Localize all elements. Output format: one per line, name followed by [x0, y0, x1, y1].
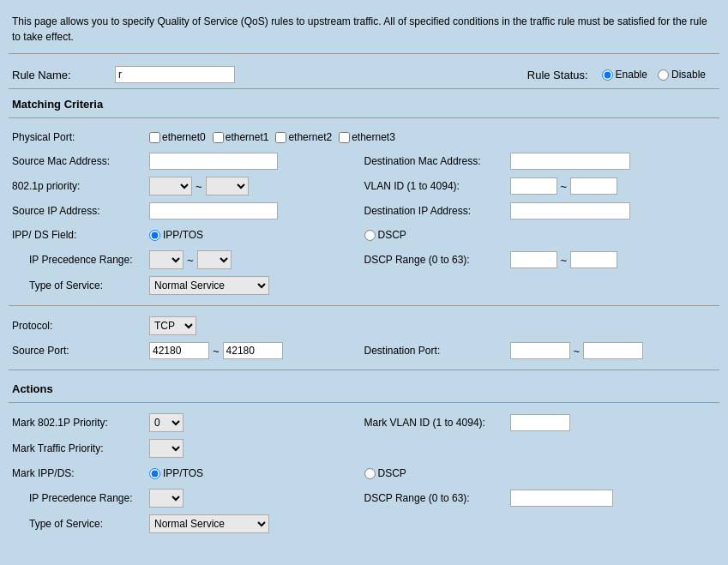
ip-prec-control: ~ — [149, 250, 356, 269]
disable-radio[interactable] — [658, 69, 669, 81]
ipp-tos-radio-label[interactable]: IPP/TOS — [149, 229, 203, 241]
mark-ipp-label: Mark IPP/DS: — [12, 467, 149, 479]
source-mac-label: Source Mac Address: — [12, 155, 149, 167]
protocol-select[interactable]: TCP UDP — [149, 316, 196, 335]
mark-8021p-select[interactable]: 0 — [149, 413, 184, 432]
ethernet1-label[interactable]: ethernet1 — [213, 131, 269, 143]
rule-name-input[interactable] — [115, 66, 235, 83]
act-ip-prec-select[interactable] — [149, 489, 184, 508]
act-tos-control: Normal Service — [149, 514, 716, 533]
source-port-to-input[interactable] — [223, 342, 283, 359]
enable-label: Enable — [616, 69, 647, 81]
dscp-range-tilde: ~ — [561, 254, 568, 267]
ip-prec-label: IP Precedence Range: — [12, 254, 149, 266]
dest-port-from-input[interactable] — [510, 342, 570, 359]
dscp-range-control: ~ — [510, 251, 717, 268]
act-tos-select[interactable]: Normal Service — [149, 514, 269, 533]
vlan-id-label: VLAN ID (1 to 4094): — [356, 180, 510, 192]
dscp-text: DSCP — [378, 229, 406, 241]
ethernet0-label[interactable]: ethernet0 — [149, 131, 206, 143]
ethernet1-checkbox[interactable] — [213, 132, 224, 143]
dscp-to-input[interactable] — [570, 251, 617, 268]
dscp-from-input[interactable] — [510, 251, 557, 268]
ip-prec-from-select[interactable] — [149, 250, 184, 269]
matching-section: Physical Port: ethernet0 ethernet1 ether… — [9, 122, 719, 302]
ethernet3-text: ethernet3 — [352, 131, 395, 143]
mark-ipp-tos-text: IPP/TOS — [163, 467, 203, 479]
dest-port-control: ~ — [510, 342, 717, 359]
source-mac-input[interactable] — [149, 153, 278, 170]
mark-traffic-control — [149, 439, 716, 458]
tos-control: Normal Service — [149, 276, 716, 295]
act-ip-prec-label: IP Precedence Range: — [12, 492, 149, 504]
priority-label: 802.1p priority: — [12, 180, 149, 192]
physical-port-row: Physical Port: ethernet0 ethernet1 ether… — [12, 125, 716, 149]
ipp-tos-text: IPP/TOS — [163, 229, 203, 241]
ethernet0-checkbox[interactable] — [149, 132, 160, 143]
physical-port-label: Physical Port: — [12, 131, 149, 143]
mark-vlan-control — [510, 414, 717, 431]
mark-ipp-control: IPP/TOS — [149, 467, 356, 479]
ip-prec-tilde: ~ — [187, 254, 194, 267]
matching-section-header: Matching Criteria — [9, 93, 719, 114]
source-ip-label: Source IP Address: — [12, 205, 149, 217]
disable-radio-label[interactable]: Disable — [658, 69, 706, 81]
ethernet0-text: ethernet0 — [162, 131, 206, 143]
rule-row: Rule Name: Rule Status: Enable Disable — [9, 61, 719, 89]
tos-row: Type of Service: Normal Service — [12, 273, 716, 298]
act-dscp-range-control — [510, 490, 717, 507]
mark-traffic-select[interactable] — [149, 439, 184, 458]
priority-tilde: ~ — [196, 180, 202, 193]
priority-from-select[interactable] — [149, 177, 192, 195]
mark-dscp-radio-label[interactable]: DSCP — [364, 467, 496, 479]
protocol-section: Protocol: TCP UDP Source Port: ~ Destina… — [9, 310, 719, 366]
priority-to-select[interactable] — [206, 177, 249, 195]
dest-ip-input[interactable] — [510, 202, 630, 219]
act-tos-label: Type of Service: — [12, 518, 149, 530]
mark-priority-vlan-row: Mark 802.1P Priority: 0 Mark VLAN ID (1 … — [12, 410, 716, 436]
enable-radio-label[interactable]: Enable — [602, 69, 647, 81]
act-dscp-input[interactable] — [510, 490, 613, 507]
dest-port-label: Destination Port: — [356, 345, 510, 357]
dscp-radio[interactable] — [364, 230, 376, 241]
mark-8021p-control: 0 — [149, 413, 356, 432]
dscp-radio-label[interactable]: DSCP — [364, 229, 496, 241]
vlan-from-input[interactable] — [510, 177, 557, 195]
vlan-to-input[interactable] — [570, 177, 617, 195]
source-port-from-input[interactable] — [149, 342, 209, 359]
mark-dscp-radio[interactable] — [364, 468, 376, 479]
ethernet2-label[interactable]: ethernet2 — [275, 131, 332, 143]
ethernet2-text: ethernet2 — [288, 131, 332, 143]
tos-label: Type of Service: — [12, 279, 149, 292]
mac-row: Source Mac Address: Destination Mac Addr… — [12, 149, 716, 173]
ethernet3-label[interactable]: ethernet3 — [339, 131, 395, 143]
ethernet2-checkbox[interactable] — [275, 132, 286, 143]
mark-vlan-input[interactable] — [510, 414, 570, 431]
actions-divider — [9, 370, 719, 370]
source-port-tilde: ~ — [213, 345, 220, 358]
act-ip-prec-control — [149, 489, 356, 508]
enable-radio[interactable] — [602, 69, 613, 81]
mark-dscp-label-cell: DSCP — [356, 467, 510, 479]
dest-ip-label: Destination IP Address: — [356, 205, 510, 217]
matching-section-label: Matching Criteria — [12, 98, 103, 111]
ethernet3-checkbox[interactable] — [339, 132, 350, 143]
ipp-ds-row: IPP/ DS Field: IPP/TOS DSCP — [12, 223, 716, 247]
mark-traffic-row: Mark Traffic Priority: — [12, 436, 716, 461]
protocol-control: TCP UDP — [149, 316, 716, 335]
ipp-tos-radio[interactable] — [149, 230, 160, 241]
act-tos-row: Type of Service: Normal Service — [12, 511, 716, 537]
act-dscp-range-label: DSCP Range (0 to 63): — [356, 492, 510, 504]
source-ip-input[interactable] — [149, 202, 278, 219]
mark-ipp-tos-radio-label[interactable]: IPP/TOS — [149, 467, 203, 479]
ip-prec-to-select[interactable] — [197, 250, 232, 269]
act-ip-prec-dscp-row: IP Precedence Range: DSCP Range (0 to 63… — [12, 485, 716, 511]
mark-ipp-tos-radio[interactable] — [149, 468, 160, 479]
ipp-ds-label: IPP/ DS Field: — [12, 229, 149, 241]
dest-mac-input[interactable] — [510, 153, 630, 170]
dest-port-to-input[interactable] — [583, 342, 643, 359]
tos-select[interactable]: Normal Service — [149, 276, 269, 295]
priority-vlan-row: 802.1p priority: ~ VLAN ID (1 to 4094): … — [12, 173, 716, 199]
port-checkbox-group: ethernet0 ethernet1 ethernet2 ethernet3 — [149, 131, 395, 143]
dest-port-tilde: ~ — [574, 345, 581, 358]
